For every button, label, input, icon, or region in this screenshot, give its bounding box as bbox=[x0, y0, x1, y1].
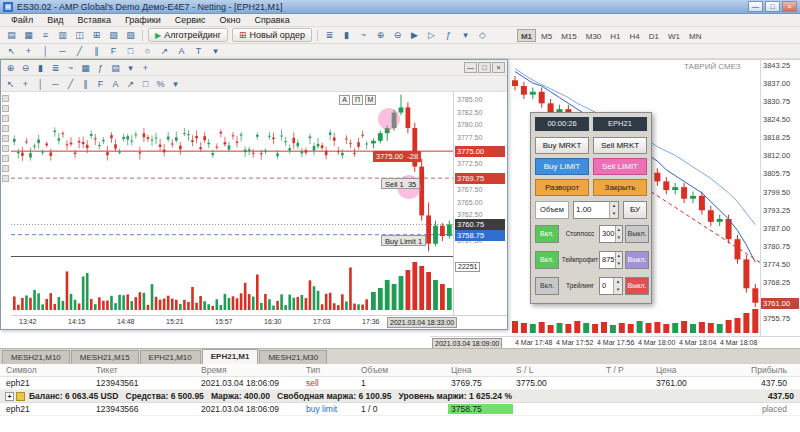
new-chart-icon[interactable]: ▤ bbox=[3, 29, 20, 42]
horizontal-line-icon[interactable]: ─ bbox=[54, 45, 71, 58]
menu-item-1[interactable]: Вид bbox=[40, 15, 70, 25]
toggle-off-button[interactable]: Выкл. bbox=[625, 225, 649, 243]
ellipse-icon[interactable]: ○ bbox=[139, 45, 156, 58]
trendline-icon[interactable]: ╱ bbox=[71, 45, 88, 58]
win-minimize-button[interactable]: — bbox=[464, 62, 477, 73]
dock-strip-icon[interactable] bbox=[2, 175, 9, 182]
breakeven-button[interactable]: БУ bbox=[623, 201, 647, 219]
win-channel-icon[interactable]: ∥ bbox=[78, 77, 93, 90]
chart-tab-MESH21-M15[interactable]: MESH21,M15 bbox=[71, 350, 139, 364]
timeframe-M30[interactable]: M30 bbox=[582, 29, 606, 42]
profiles-icon[interactable]: ▦ bbox=[20, 29, 37, 42]
chart-corner-button-П[interactable]: П bbox=[352, 95, 363, 105]
navigator-icon[interactable]: ◫ bbox=[71, 29, 88, 42]
timeframe-M5[interactable]: M5 bbox=[537, 29, 556, 42]
param-stepper[interactable]: 300▴▾ bbox=[599, 225, 623, 243]
chart-corner-button-M[interactable]: M bbox=[365, 95, 376, 105]
chart-tab-MESH21-M30[interactable]: MESH21,M30 bbox=[259, 350, 327, 364]
market-watch-icon[interactable]: ≡ bbox=[37, 29, 54, 42]
auto-scroll-icon[interactable]: ▶ bbox=[406, 29, 423, 42]
shapes-icon[interactable]: □ bbox=[122, 45, 139, 58]
menu-item-2[interactable]: Вставка bbox=[70, 15, 117, 25]
dock-strip-icon[interactable] bbox=[2, 125, 9, 132]
indicator-list-icon[interactable]: ▾ bbox=[457, 29, 474, 42]
toggle-on-button[interactable]: Вкл. bbox=[535, 277, 559, 295]
chart-corner-button-A[interactable]: A bbox=[339, 95, 350, 105]
win-indicators-icon[interactable]: ƒ bbox=[93, 61, 108, 74]
toggle-off-button[interactable]: Выкл. bbox=[625, 277, 649, 295]
win-crosshair-icon[interactable]: + bbox=[138, 61, 153, 74]
timeframe-MN[interactable]: MN bbox=[685, 29, 705, 42]
new-order-button[interactable]: ⊞Новый ордер bbox=[232, 28, 312, 42]
volume-stepper[interactable]: 1.00▴▾ bbox=[573, 201, 619, 219]
menu-item-0[interactable]: Файл bbox=[4, 15, 40, 25]
crosshair-icon[interactable]: + bbox=[20, 45, 37, 58]
depth-of-market-icon[interactable]: ▨ bbox=[122, 29, 139, 42]
menu-item-3[interactable]: Графики bbox=[118, 15, 168, 25]
win-percent-icon[interactable]: % bbox=[153, 77, 168, 90]
menu-item-5[interactable]: Окно bbox=[213, 15, 248, 25]
win-grid-icon[interactable]: ▦ bbox=[78, 61, 93, 74]
algo-trading-button[interactable]: ▶Алготрейдинг bbox=[148, 28, 228, 42]
line-chart-icon[interactable]: ~ bbox=[355, 29, 372, 42]
order-line-label[interactable]: Buy Limit 1 bbox=[381, 235, 426, 246]
win-candle-chart-icon[interactable]: ▮ bbox=[33, 61, 48, 74]
fibonacci-icon[interactable]: F bbox=[105, 45, 122, 58]
spin-up-icon[interactable]: ▴ bbox=[616, 226, 622, 234]
column-header[interactable]: S / L bbox=[513, 365, 603, 375]
column-header[interactable]: Цена bbox=[653, 365, 743, 375]
chart-shift-icon[interactable]: ▷ bbox=[423, 29, 440, 42]
win-trend-icon[interactable]: ╱ bbox=[63, 77, 78, 90]
win-hline-icon[interactable]: ─ bbox=[48, 77, 63, 90]
order-line-label[interactable]: 3775.00 -28 bbox=[373, 151, 421, 162]
spin-up-icon[interactable]: ▴ bbox=[616, 252, 622, 260]
win-more-icon[interactable]: ▾ bbox=[168, 77, 183, 90]
arrows-icon[interactable]: ↗ bbox=[156, 45, 173, 58]
text-icon[interactable]: A bbox=[173, 45, 190, 58]
win-templates-icon[interactable]: ▤ bbox=[108, 61, 123, 74]
chart-tab-MESH21-M10[interactable]: MESH21,M10 bbox=[2, 350, 70, 364]
column-header[interactable]: Объем bbox=[358, 365, 448, 375]
spin-down-icon[interactable]: ▾ bbox=[610, 210, 618, 218]
param-stepper[interactable]: 0▴▾ bbox=[599, 277, 623, 295]
restore-button[interactable]: □ bbox=[765, 1, 780, 12]
dock-strip-icon[interactable] bbox=[2, 145, 9, 152]
candle-chart-icon[interactable]: ▮ bbox=[338, 29, 355, 42]
zoom-out-icon[interactable]: ⊖ bbox=[389, 29, 406, 42]
win-arrow-icon[interactable]: ↗ bbox=[123, 77, 138, 90]
win-cursor-icon[interactable]: ↖ bbox=[3, 77, 18, 90]
cursor-icon[interactable]: ↖ bbox=[3, 45, 20, 58]
timeframe-W1[interactable]: W1 bbox=[664, 29, 684, 42]
timeframe-H1[interactable]: H1 bbox=[606, 29, 624, 42]
strategy-tester-icon[interactable]: ▧ bbox=[105, 29, 122, 42]
buy-market-button[interactable]: Buy MRKT bbox=[535, 137, 589, 154]
column-header[interactable]: Цена bbox=[448, 365, 513, 375]
expand-icon[interactable]: + bbox=[5, 392, 14, 401]
column-header[interactable]: T / P bbox=[603, 365, 653, 375]
timeframe-D1[interactable]: D1 bbox=[645, 29, 663, 42]
timeframe-H4[interactable]: H4 bbox=[626, 29, 644, 42]
toggle-on-button[interactable]: Вкл. bbox=[535, 251, 559, 269]
vertical-line-icon[interactable]: │ bbox=[37, 45, 54, 58]
order-row[interactable]: eph211239435662021.03.04 18:06:09buy lim… bbox=[0, 403, 800, 416]
spin-up-icon[interactable]: ▴ bbox=[614, 278, 622, 286]
win-zoom-in-icon[interactable]: ⊕ bbox=[3, 61, 18, 74]
label-icon[interactable]: T bbox=[190, 45, 207, 58]
spin-up-icon[interactable]: ▴ bbox=[610, 202, 618, 210]
column-header[interactable]: Время bbox=[198, 365, 303, 375]
dock-strip-icon[interactable] bbox=[2, 95, 9, 102]
close-position-button[interactable]: Закрыть bbox=[593, 179, 647, 196]
win-shape-icon[interactable]: □ bbox=[138, 77, 153, 90]
left-price-scale[interactable]: 3785.003782.503780.003777.503775.003772.… bbox=[453, 92, 507, 315]
buy-limit-button[interactable]: Buy LIMIT bbox=[535, 158, 589, 175]
position-row[interactable]: eph211239435612021.03.04 18:06:09sell137… bbox=[0, 377, 800, 390]
spin-down-icon[interactable]: ▾ bbox=[616, 260, 622, 268]
win-cross-icon[interactable]: + bbox=[18, 77, 33, 90]
menu-item-4[interactable]: Сервис bbox=[168, 15, 213, 25]
timeframe-M1[interactable]: M1 bbox=[517, 29, 536, 42]
objects-icon[interactable]: ◇ bbox=[474, 29, 491, 42]
win-bar-chart-icon[interactable]: ≣ bbox=[48, 61, 63, 74]
dock-strip-icon[interactable] bbox=[2, 165, 9, 172]
zoom-in-icon[interactable]: ⊕ bbox=[372, 29, 389, 42]
chart-tab-EPH21-M10[interactable]: EPH21,M10 bbox=[140, 350, 201, 364]
